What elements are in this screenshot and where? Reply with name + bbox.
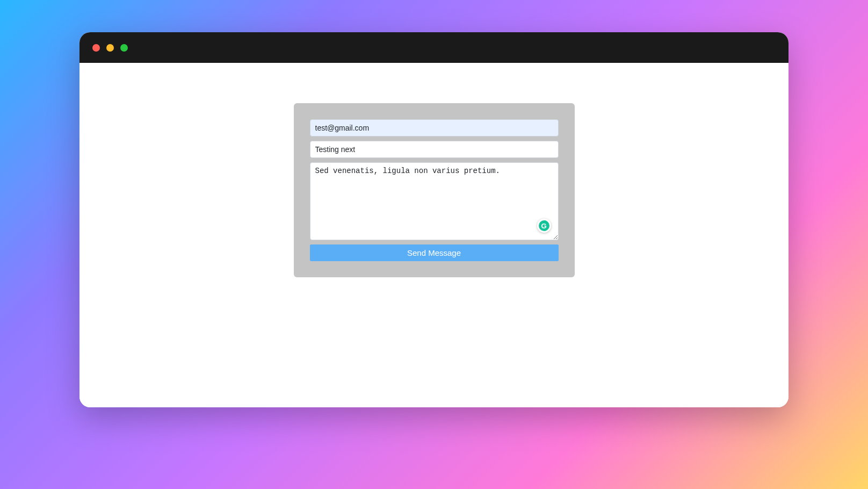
browser-window: G Send Message: [79, 32, 789, 407]
maximize-window-button[interactable]: [120, 44, 128, 52]
grammarly-glyph: G: [539, 220, 549, 231]
page-content: G Send Message: [79, 63, 789, 407]
subject-input[interactable]: [310, 141, 559, 158]
message-wrapper: G: [310, 162, 559, 240]
minimize-window-button[interactable]: [106, 44, 114, 52]
grammarly-icon[interactable]: G: [537, 219, 551, 233]
contact-form: G Send Message: [294, 103, 575, 277]
close-window-button[interactable]: [92, 44, 100, 52]
message-textarea[interactable]: [310, 162, 559, 240]
window-titlebar: [79, 32, 789, 63]
email-input[interactable]: [310, 119, 559, 136]
send-message-button[interactable]: Send Message: [310, 244, 559, 261]
